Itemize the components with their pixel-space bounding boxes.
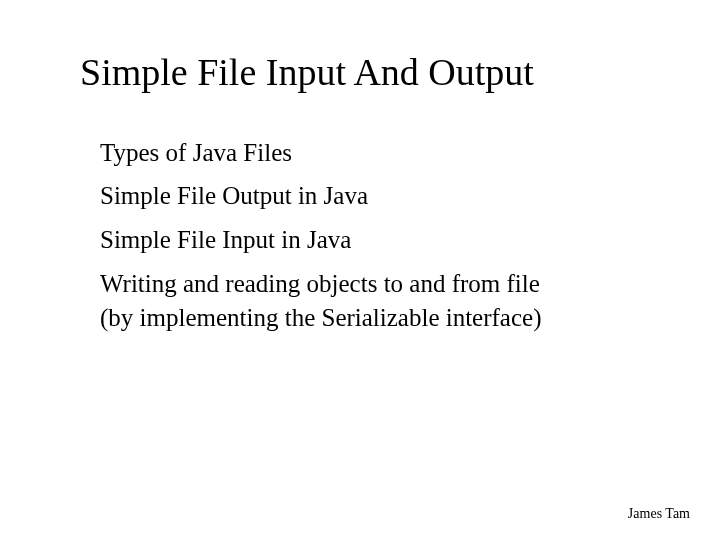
footer-author: James Tam [628,506,690,522]
list-item: Simple File Input in Java [100,223,560,257]
slide-title: Simple File Input And Output [80,50,660,96]
list-item: Types of Java Files [100,136,560,170]
slide-content: Types of Java Files Simple File Output i… [80,136,660,335]
list-item: Writing and reading objects to and from … [100,267,560,335]
slide: Simple File Input And Output Types of Ja… [0,0,720,540]
list-item: Simple File Output in Java [100,179,560,213]
